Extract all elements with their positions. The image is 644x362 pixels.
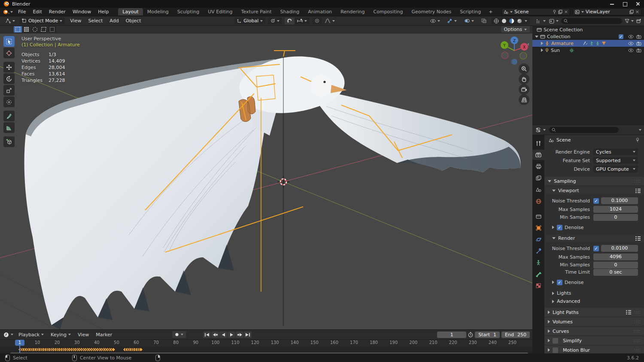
jump-to-start-button[interactable] bbox=[203, 332, 211, 338]
options-dropdown[interactable]: Options bbox=[501, 26, 530, 33]
expand-collection-icon[interactable] bbox=[535, 36, 538, 38]
scene-selector[interactable]: Scene × bbox=[501, 8, 570, 15]
mode-dropdown[interactable]: Object Mode bbox=[19, 18, 65, 24]
tool-add-cube[interactable] bbox=[3, 136, 15, 147]
pin-icon[interactable] bbox=[635, 138, 640, 142]
feature-set-dropdown[interactable]: Supported bbox=[593, 157, 638, 164]
current-frame-badge[interactable]: 1 bbox=[15, 340, 24, 346]
timeline-menu-playback[interactable]: Playback bbox=[16, 331, 46, 338]
proportional-editing-toggle[interactable] bbox=[312, 18, 322, 24]
outliner-search-input[interactable] bbox=[561, 18, 622, 24]
drag-grip-icon[interactable]: :::: bbox=[634, 339, 641, 343]
timeline-menu-keying[interactable]: Keying bbox=[48, 331, 73, 338]
outliner-filter-dropdown[interactable] bbox=[624, 18, 635, 24]
timeline-body[interactable]: › 10203040506070809010011012013014015016… bbox=[0, 340, 532, 354]
drag-grip-icon[interactable]: :::: bbox=[634, 179, 641, 183]
start-frame-field[interactable]: Start1 bbox=[475, 332, 500, 338]
new-scene-icon[interactable] bbox=[558, 10, 562, 14]
drag-grip-icon[interactable]: :::: bbox=[634, 329, 641, 333]
tab-render[interactable] bbox=[532, 150, 544, 160]
collection-checkbox[interactable]: ✓ bbox=[619, 34, 623, 39]
outliner-row-sun[interactable]: Sun bbox=[532, 47, 644, 54]
tab-object[interactable] bbox=[532, 223, 544, 233]
panel-sampling-render[interactable]: Render bbox=[544, 234, 644, 242]
viewport-menu-item[interactable]: View bbox=[67, 17, 85, 24]
tab-collection[interactable] bbox=[532, 211, 544, 221]
pan-hand-button[interactable] bbox=[519, 74, 529, 84]
object-visibility-dropdown[interactable] bbox=[428, 18, 443, 24]
panel-volumes[interactable]: Volumes :::: bbox=[544, 317, 644, 326]
render-engine-dropdown[interactable]: Cycles bbox=[593, 148, 638, 155]
workspace-tab[interactable]: Texture Paint bbox=[237, 8, 276, 15]
render-min-samples-value[interactable]: 0 bbox=[593, 262, 638, 268]
panel-advanced[interactable]: Advanced bbox=[544, 297, 644, 305]
tab-armature-data[interactable] bbox=[532, 257, 544, 268]
tab-output[interactable] bbox=[532, 161, 544, 172]
maximize-button[interactable] bbox=[623, 1, 628, 6]
viewport-menu-item[interactable]: Select bbox=[85, 17, 106, 24]
overlays-dropdown[interactable] bbox=[462, 18, 477, 24]
workspace-tab[interactable]: Geometry Nodes bbox=[407, 8, 456, 15]
viewport-canvas[interactable] bbox=[0, 33, 532, 329]
panel-lights[interactable]: Lights bbox=[544, 289, 644, 297]
drag-grip-icon[interactable]: :::: bbox=[634, 348, 641, 352]
breadcrumb-scene[interactable]: Scene bbox=[556, 137, 571, 143]
panel-sampling-viewport[interactable]: Viewport bbox=[544, 187, 644, 195]
render-denoise-checkbox[interactable]: ✓ bbox=[557, 280, 562, 285]
toggle-orthographic-button[interactable] bbox=[519, 94, 529, 105]
remove-viewlayer-icon[interactable]: × bbox=[635, 9, 639, 14]
close-button[interactable] bbox=[635, 1, 641, 6]
shading-material-icon[interactable] bbox=[509, 18, 514, 24]
preset-list-icon[interactable] bbox=[626, 310, 631, 314]
workspace-tab[interactable]: UV Editing bbox=[204, 8, 237, 15]
viewport-menu-item[interactable]: Object bbox=[122, 17, 145, 24]
properties-editor-type[interactable] bbox=[535, 127, 547, 133]
sidebar-collapse-arrow[interactable]: ‹ bbox=[527, 41, 529, 47]
disable-in-renders-icon[interactable] bbox=[636, 48, 641, 52]
drag-grip-icon[interactable]: :::: bbox=[634, 311, 641, 314]
timeline-menu-marker[interactable]: Marker bbox=[93, 331, 115, 338]
panel-motion-blur[interactable]: Motion Blur :::: bbox=[544, 346, 644, 353]
device-dropdown[interactable]: GPU Compute bbox=[593, 166, 638, 172]
outliner-row-armature[interactable]: Armature bbox=[532, 40, 644, 47]
expand-armature-icon[interactable] bbox=[541, 42, 543, 45]
workspace-tab[interactable]: Animation bbox=[304, 8, 336, 15]
hide-in-viewport-icon[interactable] bbox=[628, 48, 634, 52]
shading-wireframe-icon[interactable] bbox=[494, 18, 499, 24]
minimize-button[interactable] bbox=[610, 1, 615, 6]
timeline-ruler-numbers[interactable]: 1020304050607080901001101201301401501601… bbox=[0, 340, 532, 346]
navigation-gizmo[interactable]: Z Y X bbox=[498, 35, 531, 68]
tab-scene[interactable] bbox=[532, 184, 544, 195]
menu-item[interactable]: File bbox=[15, 8, 29, 15]
workspace-tab[interactable]: Shading bbox=[276, 8, 304, 15]
render-noise-checkbox[interactable]: ✓ bbox=[593, 246, 599, 251]
snap-toggle[interactable] bbox=[285, 18, 295, 24]
outliner-row-scene-collection[interactable]: Scene Collection bbox=[532, 26, 644, 33]
new-viewlayer-icon[interactable] bbox=[629, 10, 634, 14]
proportional-falloff-dropdown[interactable] bbox=[322, 18, 337, 24]
properties-search-input[interactable] bbox=[549, 127, 619, 133]
outliner-row-collection[interactable]: Collection ✓ bbox=[532, 33, 644, 40]
workspace-tab[interactable]: Compositing bbox=[369, 8, 407, 15]
snap-target-dropdown[interactable] bbox=[295, 18, 310, 24]
panel-light-paths[interactable]: Light Paths :::: bbox=[544, 308, 644, 317]
transform-orientation-dropdown[interactable]: Global bbox=[234, 18, 265, 24]
viewlayer-selector[interactable]: ViewLayer × bbox=[573, 8, 641, 15]
preset-list-icon[interactable] bbox=[635, 189, 641, 193]
render-denoise-row[interactable]: ✓ Denoise bbox=[544, 278, 644, 287]
viewport-denoise-row[interactable]: ✓ Denoise bbox=[544, 223, 644, 232]
shading-rendered-icon[interactable] bbox=[517, 18, 522, 24]
keyframe-strip[interactable] bbox=[0, 347, 532, 352]
xray-toggle[interactable] bbox=[479, 18, 489, 24]
tab-texture[interactable] bbox=[532, 281, 544, 291]
workspace-tab[interactable]: Scripting bbox=[456, 8, 485, 15]
tab-tool[interactable] bbox=[532, 138, 544, 148]
hide-in-viewport-icon[interactable] bbox=[628, 35, 634, 39]
select-circle-button[interactable] bbox=[31, 26, 39, 33]
tab-view-layer[interactable] bbox=[532, 173, 544, 183]
zoom-button[interactable] bbox=[519, 63, 529, 74]
workspace-tab[interactable]: Rendering bbox=[336, 8, 369, 15]
disable-in-renders-icon[interactable] bbox=[636, 42, 641, 45]
shading-solid-icon[interactable] bbox=[501, 18, 507, 24]
jump-to-end-button[interactable] bbox=[244, 332, 252, 338]
